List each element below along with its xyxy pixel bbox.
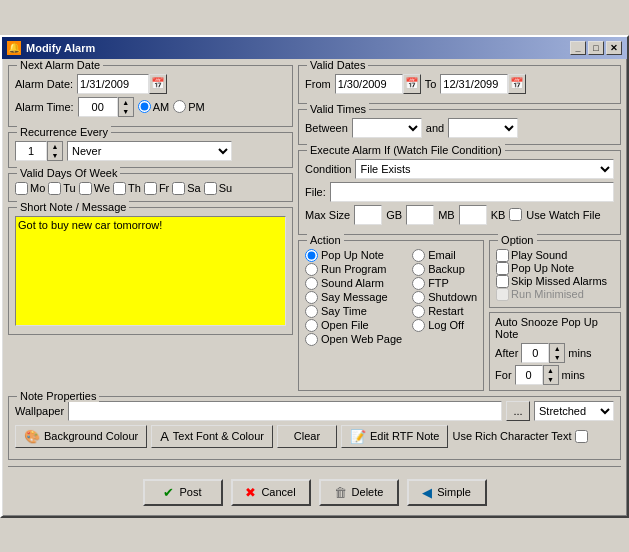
popup-note-checkbox[interactable] xyxy=(496,262,509,275)
day-we-checkbox[interactable] xyxy=(79,182,92,195)
for-spin-down[interactable]: ▼ xyxy=(544,375,558,384)
day-fr-checkbox[interactable] xyxy=(144,182,157,195)
clear-button[interactable]: Clear xyxy=(277,425,337,448)
text-font-colour-button[interactable]: A Text Font & Colour xyxy=(151,425,273,448)
close-button[interactable]: ✕ xyxy=(606,41,622,55)
action-restart-radio[interactable] xyxy=(412,305,425,318)
action-run-radio[interactable] xyxy=(305,263,318,276)
maximize-button[interactable]: □ xyxy=(588,41,604,55)
file-row: File: xyxy=(305,182,614,202)
day-mo-checkbox[interactable] xyxy=(15,182,28,195)
time-spin-down[interactable]: ▼ xyxy=(119,107,133,116)
post-button[interactable]: ✔ Post xyxy=(143,479,223,506)
use-watch-file-label: Use Watch File xyxy=(526,209,600,221)
file-input[interactable] xyxy=(330,182,614,202)
day-su-checkbox[interactable] xyxy=(204,182,217,195)
action-saytime-radio[interactable] xyxy=(305,305,318,318)
alarm-date-input-wrap: 📅 xyxy=(77,74,167,94)
simple-button[interactable]: ◀ Simple xyxy=(407,479,487,506)
alarm-time-spin: ▲ ▼ xyxy=(78,97,134,117)
to-date-input[interactable] xyxy=(440,74,508,94)
action-sound-radio[interactable] xyxy=(305,277,318,290)
use-watch-file-checkbox[interactable] xyxy=(509,208,522,221)
window-icon: 🔔 xyxy=(7,41,21,55)
action-restart-label: Restart xyxy=(428,305,463,317)
recurrence-type-select[interactable]: Never Daily Weekly Monthly Yearly xyxy=(67,141,232,161)
action-say-radio[interactable] xyxy=(305,291,318,304)
action-logoff-radio[interactable] xyxy=(412,319,425,332)
pm-radio[interactable] xyxy=(173,100,186,113)
action-option-row: Action Pop Up Note Email xyxy=(298,240,621,391)
alarm-time-row: Alarm Time: ▲ ▼ AM xyxy=(15,97,286,117)
run-minimised-checkbox[interactable] xyxy=(496,288,509,301)
am-radio[interactable] xyxy=(138,100,151,113)
to-date-calendar-button[interactable]: 📅 xyxy=(508,74,526,94)
stretched-select[interactable]: Stretched Tiled Centered xyxy=(534,401,614,421)
recurrence-spin-up[interactable]: ▲ xyxy=(48,142,62,151)
action-popup-radio[interactable] xyxy=(305,249,318,262)
for-spin-up[interactable]: ▲ xyxy=(544,366,558,375)
edit-rtf-icon: 📝 xyxy=(350,429,366,444)
from-date-wrap: 📅 xyxy=(335,74,421,94)
snooze-after-row: After ▲ ▼ mins xyxy=(495,343,615,363)
use-rich-checkbox[interactable] xyxy=(575,430,588,443)
day-tu: Tu xyxy=(48,182,75,195)
day-th-checkbox[interactable] xyxy=(113,182,126,195)
edit-rtf-button[interactable]: 📝 Edit RTF Note xyxy=(341,425,449,448)
browse-button[interactable]: ... xyxy=(506,401,530,421)
day-tu-checkbox[interactable] xyxy=(48,182,61,195)
action-email-radio[interactable] xyxy=(412,249,425,262)
condition-select[interactable]: File Exists File Not Exists File Changed xyxy=(355,159,614,179)
cancel-button[interactable]: ✖ Cancel xyxy=(231,479,311,506)
delete-button[interactable]: 🗑 Delete xyxy=(319,479,399,506)
valid-times-row: Between and xyxy=(305,118,614,138)
action-ftp-radio[interactable] xyxy=(412,277,425,290)
action-shutdown-radio[interactable] xyxy=(412,291,425,304)
mb-input[interactable] xyxy=(406,205,434,225)
time-spin-buttons: ▲ ▼ xyxy=(118,97,134,117)
action-openfile-label: Open File xyxy=(321,319,369,331)
after-spin-down[interactable]: ▼ xyxy=(550,353,564,362)
execute-group: Execute Alarm If (Watch File Condition) … xyxy=(298,150,621,235)
to-label: To xyxy=(425,78,437,90)
action-logoff: Log Off xyxy=(412,319,477,332)
alarm-time-input[interactable] xyxy=(78,97,118,117)
recurrence-spin-input[interactable] xyxy=(15,141,47,161)
minimize-button[interactable]: _ xyxy=(570,41,586,55)
delete-label: Delete xyxy=(352,486,384,498)
alarm-date-input[interactable] xyxy=(77,74,149,94)
window-body: Next Alarm Date Alarm Date: 📅 Alarm Time… xyxy=(2,59,627,516)
recurrence-spin: ▲ ▼ xyxy=(15,141,63,161)
play-sound-checkbox[interactable] xyxy=(496,249,509,262)
action-backup-radio[interactable] xyxy=(412,263,425,276)
note-textarea[interactable]: Got to buy new car tomorrow! xyxy=(15,216,286,326)
gb-input[interactable] xyxy=(354,205,382,225)
background-colour-button[interactable]: 🎨 Background Colour xyxy=(15,425,147,448)
recurrence-spin-down[interactable]: ▼ xyxy=(48,151,62,160)
title-bar-text: 🔔 Modify Alarm xyxy=(7,41,95,55)
day-sa-checkbox[interactable] xyxy=(172,182,185,195)
calendar-icon: 📅 xyxy=(151,77,165,90)
wallpaper-input[interactable] xyxy=(68,401,502,421)
action-say-label: Say Message xyxy=(321,291,388,303)
between-to-select[interactable] xyxy=(448,118,518,138)
file-label: File: xyxy=(305,186,326,198)
alarm-date-label: Alarm Date: xyxy=(15,78,73,90)
after-spin-up[interactable]: ▲ xyxy=(550,344,564,353)
from-date-input[interactable] xyxy=(335,74,403,94)
for-spin-input[interactable] xyxy=(515,365,543,385)
valid-days-legend: Valid Days Of Week xyxy=(17,167,120,179)
action-open-file: Open File xyxy=(305,319,402,332)
alarm-date-calendar-button[interactable]: 📅 xyxy=(149,74,167,94)
after-spin-input[interactable] xyxy=(521,343,549,363)
between-from-select[interactable] xyxy=(352,118,422,138)
kb-label: KB xyxy=(491,209,506,221)
action-web-radio[interactable] xyxy=(305,333,318,346)
skip-missed-checkbox[interactable] xyxy=(496,275,509,288)
kb-input[interactable] xyxy=(459,205,487,225)
auto-snooze-group: Auto Snooze Pop Up Note After ▲ ▼ xyxy=(489,312,621,391)
action-email-label: Email xyxy=(428,249,456,261)
action-openfile-radio[interactable] xyxy=(305,319,318,332)
from-date-calendar-button[interactable]: 📅 xyxy=(403,74,421,94)
time-spin-up[interactable]: ▲ xyxy=(119,98,133,107)
